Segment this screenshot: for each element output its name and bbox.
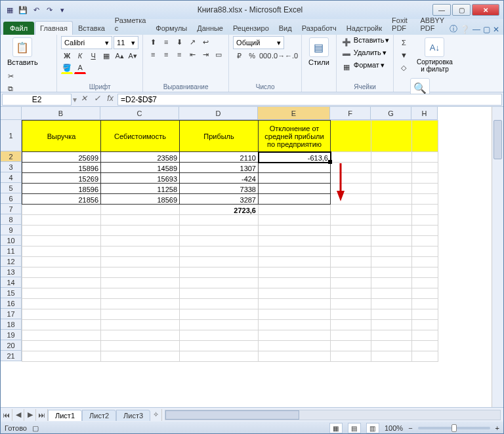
cell[interactable]	[101, 226, 180, 236]
cell[interactable]	[371, 152, 412, 163]
cell[interactable]: 25699	[22, 152, 101, 163]
spreadsheet-grid[interactable]: BCDEFGH 12345678910111213141516171819202…	[1, 107, 503, 407]
cell[interactable]	[101, 247, 180, 257]
view-page-layout-icon[interactable]: ▤	[348, 423, 361, 433]
cell[interactable]: 15269	[22, 173, 101, 184]
dec-decimal-icon[interactable]: ←.0	[285, 50, 297, 62]
cell[interactable]	[412, 320, 438, 330]
cell[interactable]: 2110	[180, 152, 259, 163]
cell[interactable]	[331, 330, 371, 341]
cell[interactable]	[371, 330, 412, 341]
cell[interactable]	[22, 215, 101, 226]
cell[interactable]: Отклонение от средней прибыли по предпри…	[259, 121, 331, 152]
cell[interactable]	[412, 152, 438, 163]
cell[interactable]: 3287	[180, 194, 259, 205]
cell[interactable]	[331, 341, 371, 351]
cell[interactable]	[259, 257, 331, 267]
cell[interactable]	[331, 299, 371, 309]
insert-cells-label[interactable]: Вставить	[354, 36, 385, 48]
cell[interactable]	[101, 341, 180, 351]
sheet-tab-1[interactable]: Лист1	[48, 410, 82, 421]
cell[interactable]	[180, 288, 259, 299]
autosum-icon[interactable]: Σ	[398, 37, 410, 49]
cell[interactable]	[331, 320, 371, 330]
close-button[interactable]: ✕	[472, 4, 499, 16]
cell[interactable]	[371, 299, 412, 309]
cell[interactable]	[259, 163, 331, 173]
cell[interactable]	[180, 257, 259, 267]
ribbon-close-icon[interactable]: ✕	[493, 25, 499, 34]
cell[interactable]	[22, 320, 101, 330]
zoom-level[interactable]: 100%	[385, 424, 403, 432]
enter-icon[interactable]: ✓	[91, 94, 103, 106]
row-header-3[interactable]: 3	[1, 162, 22, 172]
row-header-17[interactable]: 17	[1, 309, 22, 319]
zoom-out-button[interactable]: −	[408, 424, 412, 432]
align-center-icon[interactable]: ≡	[160, 49, 172, 60]
redo-icon[interactable]: ↷	[44, 5, 54, 15]
sheet-nav-prev[interactable]: ◀	[12, 409, 24, 421]
cell[interactable]	[101, 351, 180, 362]
cell[interactable]	[412, 184, 438, 194]
cell[interactable]	[180, 267, 259, 278]
cell[interactable]	[101, 278, 180, 288]
italic-button[interactable]: К	[74, 50, 86, 62]
cell[interactable]	[259, 309, 331, 320]
cell[interactable]	[371, 173, 412, 184]
cell[interactable]	[371, 267, 412, 278]
border-button[interactable]: ▦	[100, 50, 112, 62]
row-header-6[interactable]: 6	[1, 193, 22, 204]
cell[interactable]	[22, 330, 101, 341]
row-header-4[interactable]: 4	[1, 172, 22, 183]
row-header-8[interactable]: 8	[1, 214, 22, 225]
cell[interactable]	[259, 320, 331, 330]
cell[interactable]: 23589	[101, 152, 180, 163]
cell[interactable]	[412, 330, 438, 341]
cell[interactable]	[331, 351, 371, 362]
cell[interactable]	[371, 288, 412, 299]
indent-dec-icon[interactable]: ⇤	[186, 49, 198, 60]
cell[interactable]	[180, 299, 259, 309]
row-header-14[interactable]: 14	[1, 277, 22, 288]
cell[interactable]	[371, 184, 412, 194]
cell[interactable]	[371, 257, 412, 267]
cell[interactable]	[101, 257, 180, 267]
row-header-5[interactable]: 5	[1, 183, 22, 193]
cell[interactable]: 14589	[101, 163, 180, 173]
sheet-tab-3[interactable]: Лист3	[116, 410, 150, 421]
cell[interactable]	[331, 121, 371, 152]
sheet-nav-last[interactable]: ⏭	[36, 409, 48, 421]
cell[interactable]	[412, 299, 438, 309]
cell[interactable]	[259, 205, 331, 215]
fx-icon[interactable]: fx	[104, 94, 116, 106]
cell[interactable]	[101, 267, 180, 278]
row-header-11[interactable]: 11	[1, 246, 22, 256]
col-header-E[interactable]: E	[258, 107, 330, 120]
cell[interactable]	[22, 257, 101, 267]
cell[interactable]	[180, 341, 259, 351]
cell[interactable]	[331, 205, 371, 215]
cell[interactable]	[180, 320, 259, 330]
cell[interactable]: 2723,6	[180, 205, 259, 215]
fill-icon[interactable]: ▼	[398, 49, 410, 61]
tab-view[interactable]: Вид	[274, 22, 297, 35]
cell[interactable]: Себистоимость	[101, 121, 180, 152]
macro-record-icon[interactable]: ▢	[32, 424, 39, 433]
cell[interactable]	[371, 320, 412, 330]
cell[interactable]	[259, 351, 331, 362]
row-header-12[interactable]: 12	[1, 256, 22, 267]
cell[interactable]: 15896	[22, 163, 101, 173]
cell[interactable]	[331, 288, 371, 299]
cell[interactable]	[331, 278, 371, 288]
cell[interactable]	[371, 309, 412, 320]
cell[interactable]	[412, 205, 438, 215]
cell[interactable]	[101, 236, 180, 247]
vertical-scrollbar[interactable]	[492, 107, 503, 407]
cell[interactable]	[259, 184, 331, 194]
cell[interactable]	[259, 267, 331, 278]
cell[interactable]	[180, 236, 259, 247]
cell[interactable]: -424	[180, 173, 259, 184]
cell[interactable]	[371, 278, 412, 288]
cell[interactable]	[412, 173, 438, 184]
new-sheet-icon[interactable]: ✧	[150, 409, 162, 421]
